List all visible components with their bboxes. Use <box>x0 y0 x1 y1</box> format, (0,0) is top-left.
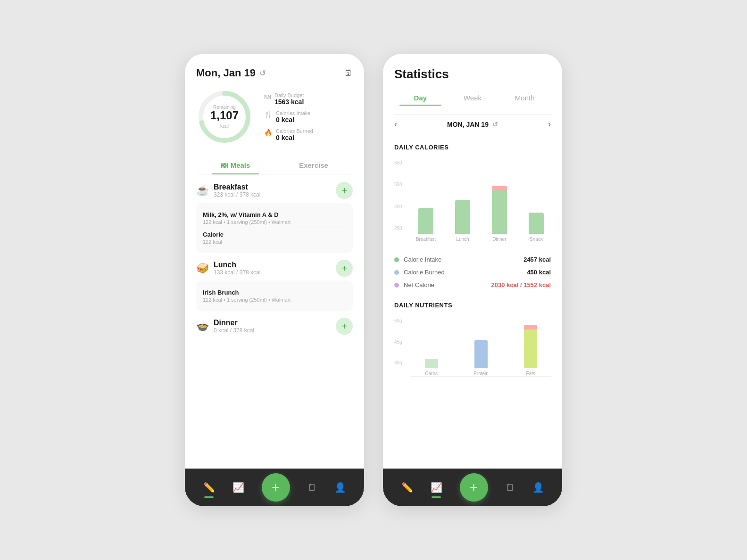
date-nav-label: MON, JAN 19 ↺ <box>447 121 498 128</box>
burned-legend-val: 450 kcal <box>527 269 551 276</box>
intake-icon: 🍴 <box>264 111 272 118</box>
tab-exercise[interactable]: Exercise <box>274 156 353 174</box>
net-legend-label: Net Calorie <box>404 281 434 288</box>
stat-budget: 🍽 Daily Budget 1563 kcal <box>264 92 313 106</box>
nutrients-bars-area: Carbs Protein Fats <box>411 329 551 377</box>
nutrients-title: DAILY NUTRIENTS <box>394 302 551 309</box>
refresh-icon[interactable]: ↺ <box>259 69 266 78</box>
log-icon-left: 🗒 <box>307 482 317 493</box>
dinner-bar-label: Dinner <box>492 237 506 242</box>
add-breakfast-button[interactable]: + <box>336 182 353 199</box>
food-detail: 122 kcal • 1 serving (250ml) • Walmart <box>203 219 346 225</box>
bar-breakfast: Breakfast <box>411 172 440 242</box>
tab-meals[interactable]: 🍽 Meals <box>196 156 274 174</box>
stat-burned: 🔥 Calories Burned 0 kcal <box>264 128 313 141</box>
daily-calories-title: DAILY CALORIES <box>394 144 551 151</box>
stats-tabs: Day Week Month <box>394 90 551 106</box>
snack-bar-label: Snack <box>530 237 543 242</box>
add-dinner-button[interactable]: + <box>336 318 353 335</box>
stats-icon-left: 📈 <box>232 482 244 493</box>
dinner-name: Dinner <box>214 319 254 327</box>
daily-calories-section: DAILY CALORIES 250 400 550 650 Breakfast <box>394 144 551 294</box>
calorie-legend: Calorie Intake 2457 kcal Calorie Burned … <box>394 250 551 294</box>
bars-area: Breakfast Lunch Dinner <box>411 172 551 242</box>
header-date: Mon, Jan 19 ↺ <box>196 67 266 79</box>
breakfast-name: Breakfast <box>214 183 260 191</box>
legend-burned: Calorie Burned 450 kcal <box>394 269 551 276</box>
calorie-stats: 🍽 Daily Budget 1563 kcal 🍴 Calories Inta… <box>264 92 313 141</box>
nav-profile-right[interactable]: 👤 <box>532 482 544 493</box>
prev-date-button[interactable]: ‹ <box>394 119 397 129</box>
dinner-title-area: 🍲 Dinner 0 kcal / 378 kcal <box>196 319 254 334</box>
calorie-section: Remaining 1,107 kcal 🍽 Daily Budget 1563… <box>196 89 353 145</box>
nutrients-chart: 30g 45g 60g Carbs Protein <box>394 315 551 377</box>
add-center-button-left[interactable]: + <box>262 473 290 502</box>
date-label: Mon, Jan 19 <box>196 67 256 79</box>
calendar-icon[interactable]: 🗓 <box>344 68 353 78</box>
dinner-section: 🍲 Dinner 0 kcal / 378 kcal + <box>196 318 353 335</box>
lunch-bar-label: Lunch <box>456 237 469 242</box>
add-lunch-button[interactable]: + <box>336 260 353 277</box>
nav-stats-left[interactable]: 📈 <box>232 482 244 493</box>
lunch-emoji: 🥪 <box>196 262 209 274</box>
budget-value: 1563 kcal <box>274 98 304 106</box>
lunch-food-1: Irish Brunch 122 kcal • 1 serving (250ml… <box>203 286 346 305</box>
lunch-food-name: Irish Brunch <box>203 289 346 296</box>
nav-profile-left[interactable]: 👤 <box>334 482 346 493</box>
right-phone: Statistics Day Week Month ‹ MON, JAN 19 … <box>383 54 562 506</box>
breakfast-emoji: ☕ <box>196 184 209 197</box>
right-phone-content: Statistics Day Week Month ‹ MON, JAN 19 … <box>383 54 562 469</box>
nav-stats-right[interactable]: 📈 <box>431 482 442 493</box>
stats-tab-day[interactable]: Day <box>394 90 447 106</box>
stats-icon-right: 📈 <box>431 482 442 493</box>
breakfast-bar-label: Breakfast <box>416 237 436 242</box>
lunch-name: Lunch <box>214 261 260 269</box>
left-phone: Mon, Jan 19 ↺ 🗓 Remaining 1,107 kcal <box>185 54 364 506</box>
burned-legend-label: Calorie Burned <box>404 269 445 276</box>
nav-log-left[interactable]: 🗒 <box>307 482 317 493</box>
meal-tabs: 🍽 Meals Exercise <box>196 156 353 174</box>
nav-log-right[interactable]: 🗒 <box>506 482 515 493</box>
lunch-food-detail: 122 kcal • 1 serving (250ml) • Walmart <box>203 297 346 303</box>
intake-legend-label: Calorie Intake <box>404 256 441 263</box>
calorie-ring: Remaining 1,107 kcal <box>196 89 253 145</box>
current-date-label: MON, JAN 19 <box>447 121 489 128</box>
meals-tab-label: Meals <box>231 161 250 169</box>
burned-label: Calories Burned <box>276 128 313 134</box>
stats-tab-month[interactable]: Month <box>498 90 551 106</box>
burned-value: 0 kcal <box>276 134 313 141</box>
food-name: Milk, 2%, w/ Vitamin A & D <box>203 211 346 218</box>
header: Mon, Jan 19 ↺ 🗓 <box>196 67 353 79</box>
profile-icon-left: 👤 <box>334 482 346 493</box>
nav-diary-right[interactable]: ✏️ <box>401 482 413 493</box>
date-refresh-icon[interactable]: ↺ <box>492 121 498 128</box>
next-date-button[interactable]: › <box>548 119 551 129</box>
bar-lunch: Lunch <box>448 172 477 242</box>
intake-dot <box>394 257 399 262</box>
carbs-bar: Carbs <box>411 329 451 376</box>
add-center-button-right[interactable]: + <box>460 473 488 502</box>
breakfast-title-area: ☕ Breakfast 323 kcal / 378 kcal <box>196 183 260 198</box>
burned-icon: 🔥 <box>264 129 272 136</box>
intake-legend-val: 2457 kcal <box>523 256 551 263</box>
right-bottom-nav: ✏️ 📈 + 🗒 👤 <box>383 469 562 506</box>
bar-dinner: Dinner <box>485 172 514 242</box>
protein-bar: Protein <box>461 329 501 376</box>
kcal-unit: kcal <box>220 124 229 129</box>
net-dot <box>394 283 399 288</box>
kcal-value: 1,107 <box>210 109 239 122</box>
food-name-2: Calorie <box>203 231 346 238</box>
lunch-section: 🥪 Lunch 133 kcal / 378 kcal + Irish Brun… <box>196 260 353 311</box>
date-nav: ‹ MON, JAN 19 ↺ › <box>394 114 551 134</box>
breakfast-items: Milk, 2%, w/ Vitamin A & D 122 kcal • 1 … <box>196 203 353 253</box>
diary-icon: ✏️ <box>203 482 215 493</box>
net-legend-val: 2030 kcal / 1552 kcal <box>491 281 551 288</box>
calories-bar-chart: 250 400 550 650 Breakfast <box>394 157 551 242</box>
log-icon-right: 🗒 <box>506 482 515 493</box>
intake-label: Calories Intake <box>276 110 310 116</box>
intake-value: 0 kcal <box>276 116 310 124</box>
nav-diary[interactable]: ✏️ <box>203 482 215 493</box>
stats-title: Statistics <box>394 67 551 82</box>
stats-tab-week[interactable]: Week <box>447 90 499 106</box>
stat-intake: 🍴 Calories Intake 0 kcal <box>264 110 313 124</box>
